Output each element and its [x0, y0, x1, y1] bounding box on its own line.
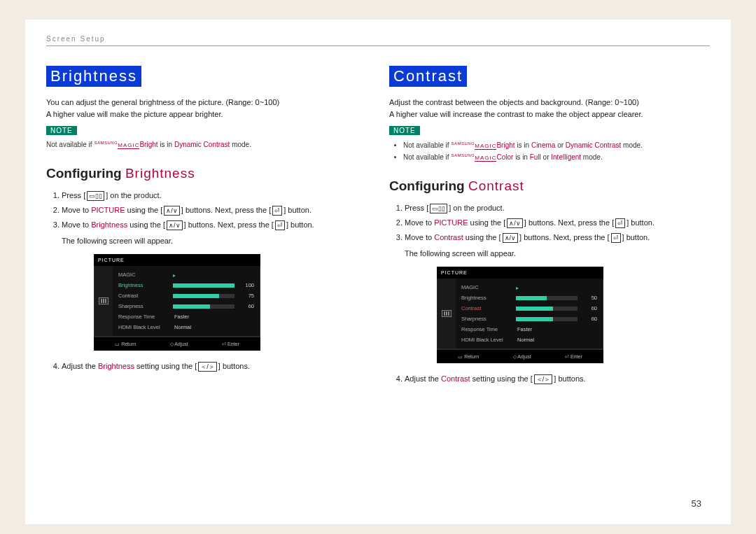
contrast-column: Contrast Adjust the contrast between the… [389, 66, 710, 386]
up-down-icon: ∧/∨ [507, 218, 523, 228]
contrast-steps: Press [▭▯▯] on the product. Move to PICT… [389, 201, 710, 386]
note-item: Not available if SAMSUNGMAGICColor is in… [403, 151, 710, 163]
step-2: Move to PICTURE using the [∧/∨] buttons.… [405, 216, 710, 230]
manual-page: Screen Setup Brightness You can adjust t… [25, 20, 731, 524]
step-2: Move to PICTURE using the [∧/∨] buttons.… [62, 203, 367, 218]
note-badge: NOTE [389, 126, 420, 135]
section-title-brightness: Brightness [46, 66, 141, 87]
page-number: 53 [692, 498, 701, 509]
osd-screenshot-contrast: PICTURE MAGIC▸Brightness50Contrast60Shar… [437, 267, 603, 364]
note-item: Not available if SAMSUNGMAGICBright is i… [403, 139, 710, 151]
step-1: Press [▭▯▯] on the product. [405, 201, 710, 216]
enter-icon: ⏎ [275, 220, 285, 230]
step-3: Move to Contrast using the [∧/∨] buttons… [405, 230, 710, 363]
brightness-steps: Press [▭▯▯] on the product. Move to PICT… [46, 188, 367, 374]
menu-icon: ▭▯▯ [87, 191, 104, 201]
left-right-icon: ＜/＞ [198, 362, 217, 372]
enter-icon: ⏎ [272, 206, 282, 216]
note-badge: NOTE [46, 126, 77, 135]
enter-icon: ⏎ [615, 218, 625, 228]
contrast-desc-1: Adjust the contrast between the objects … [389, 97, 710, 108]
brightness-desc-1: You can adjust the general brightness of… [46, 97, 367, 108]
up-down-icon: ∧/∨ [167, 220, 183, 230]
contrast-desc-2: A higher value will increase the contras… [389, 108, 710, 120]
menu-icon: ▭▯▯ [430, 204, 447, 213]
osd-screenshot-brightness: PICTURE MAGIC▸Brightness100Contrast75Sha… [94, 254, 260, 351]
up-down-icon: ∧/∨ [164, 206, 180, 216]
brightness-desc-2: A higher value will make the picture app… [46, 108, 367, 120]
breadcrumb: Screen Setup [46, 35, 710, 43]
brightness-note: Not available if SAMSUNGMAGICBright is i… [46, 139, 367, 150]
step-3: Move to Brightness using the [∧/∨] butto… [62, 218, 367, 351]
configuring-contrast-heading: Configuring Contrast [389, 178, 710, 194]
divider [46, 45, 710, 46]
contrast-notes: Not available if SAMSUNGMAGICBright is i… [389, 139, 710, 163]
enter-icon: ⏎ [611, 233, 621, 243]
brightness-column: Brightness You can adjust the general br… [46, 66, 367, 386]
step-4: Adjust the Brightness setting using the … [62, 359, 367, 374]
step-1: Press [▭▯▯] on the product. [62, 188, 367, 203]
two-column-layout: Brightness You can adjust the general br… [46, 66, 710, 386]
configuring-brightness-heading: Configuring Brightness [46, 166, 367, 181]
up-down-icon: ∧/∨ [503, 233, 519, 243]
step-4: Adjust the Contrast setting using the [＜… [405, 372, 710, 386]
section-title-contrast: Contrast [389, 66, 467, 87]
left-right-icon: ＜/＞ [534, 374, 553, 384]
